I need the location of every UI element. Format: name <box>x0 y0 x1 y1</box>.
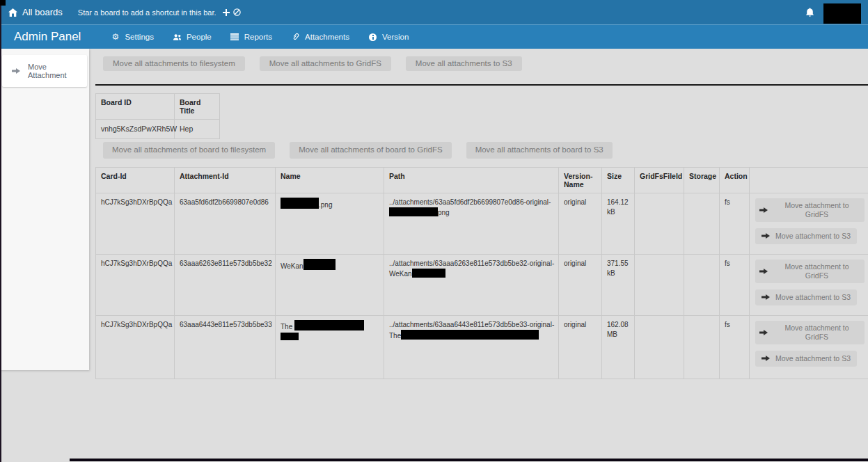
sidebar-item-move-attachment[interactable]: Move Attachment <box>2 55 87 87</box>
move-all-to-gridfs-button[interactable]: Move all attachments to GridFS <box>260 56 391 71</box>
redacted-text <box>303 259 336 270</box>
cell-size: 164.12 kB <box>602 193 635 254</box>
header-size: Size <box>602 167 635 193</box>
admin-sidebar: Move Attachment <box>0 49 89 370</box>
redacted-text <box>281 333 299 340</box>
cell-storage <box>684 193 720 254</box>
cell-row-buttons: Move attachment to GridFS Move attachmen… <box>750 193 868 254</box>
cell-size: 162.08 MB <box>602 315 635 379</box>
cell-name: WeKan <box>276 254 384 315</box>
header-storage: Storage <box>684 167 720 193</box>
home-icon <box>8 8 17 17</box>
board-table-header-board-title: Board Title <box>175 94 220 120</box>
global-actions-row: Move all attachments to filesystem Move … <box>103 56 868 71</box>
redacted-text <box>412 269 445 278</box>
cell-gridfsfileid <box>635 315 684 379</box>
cell-name: .png <box>276 193 384 254</box>
nav-item-attachments[interactable]: Attachments <box>291 33 349 41</box>
cell-row-buttons: Move attachment to GridFS Move attachmen… <box>750 315 868 379</box>
move-attachment-to-gridfs-button[interactable]: Move attachment to GridFS <box>755 321 865 344</box>
board-actions-row: Move all attachments of board to filesys… <box>103 142 868 159</box>
cell-card-id: hCJ7kSg3hDXrBpQQa <box>96 193 175 254</box>
move-attachment-to-s3-button[interactable]: Move attachment to S3 <box>755 228 857 244</box>
arrow-right-icon <box>762 355 770 362</box>
move-attachment-to-gridfs-button[interactable]: Move attachment to GridFS <box>755 198 865 222</box>
board-table: Board ID Board Title vnhg5KsZsdPwXRh5W H… <box>95 93 220 139</box>
cell-size: 371.55 kB <box>602 254 635 315</box>
cell-gridfsfileid <box>635 254 684 315</box>
header-action: Action <box>720 167 750 193</box>
move-board-to-filesystem-button[interactable]: Move all attachments of board to filesys… <box>103 142 275 159</box>
nav-item-label: Attachments <box>305 33 349 41</box>
info-icon <box>368 33 377 41</box>
attachment-row: hCJ7kSg3hDXrBpQQa 63aaa6443e811e573db5be… <box>96 315 868 379</box>
sidebar-item-label: Move Attachment <box>28 63 84 79</box>
wekan-admin-panel-screen: All boards Star a board to add a shortcu… <box>0 0 868 462</box>
cell-action: fs <box>720 254 750 315</box>
admin-nav-bar: Admin Panel ⚙ Settings People Reports <box>0 24 868 49</box>
cell-card-id: hCJ7kSg3hDXrBpQQa <box>96 254 175 315</box>
paperclip-icon <box>291 33 300 41</box>
cell-storage <box>684 315 720 379</box>
cell-gridfsfileid <box>635 193 684 254</box>
cell-action: fs <box>720 193 750 254</box>
cell-attachment-id: 63aaa6263e811e573db5be32 <box>175 254 276 315</box>
attachments-table-header-row: Card-Id Attachment-Id Name Path Version-… <box>96 167 868 193</box>
cell-path: ../attachments/63aaa6443e811e573db5be33-… <box>384 315 559 379</box>
cell-action: fs <box>720 315 750 379</box>
move-attachment-panel: Move all attachments to filesystem Move … <box>95 49 868 379</box>
header-attachment-id: Attachment-Id <box>175 167 276 193</box>
admin-nav-items: ⚙ Settings People Reports Attachments <box>92 32 409 42</box>
all-boards-link[interactable]: All boards <box>8 7 63 17</box>
arrow-right-icon <box>759 207 768 214</box>
move-attachment-to-s3-button[interactable]: Move attachment to S3 <box>755 351 857 367</box>
cell-path: ../attachments/63aaa6263e811e573db5be32-… <box>384 254 559 315</box>
nav-item-settings[interactable]: ⚙ Settings <box>111 32 154 42</box>
redacted-text <box>294 320 364 330</box>
plus-icon[interactable] <box>223 9 230 16</box>
header-gridfsfileid: GridFsFileId <box>635 167 684 193</box>
cell-row-buttons: Move attachment to GridFS Move attachmen… <box>750 254 868 315</box>
top-bar: All boards Star a board to add a shortcu… <box>0 0 868 24</box>
cancel-icon[interactable] <box>233 8 241 16</box>
header-buttons <box>750 167 868 193</box>
nav-item-people[interactable]: People <box>173 33 212 41</box>
header-version-name: Version-Name <box>559 167 602 193</box>
shortcut-hint-text: Star a board to add a shortcut in this b… <box>78 8 216 17</box>
reports-icon <box>230 33 239 40</box>
move-all-to-s3-button[interactable]: Move all attachments to S3 <box>406 56 522 71</box>
arrow-right-icon <box>762 294 770 301</box>
redacted-text <box>401 330 539 340</box>
attachments-table: Card-Id Attachment-Id Name Path Version-… <box>95 167 868 379</box>
cell-storage <box>684 254 720 315</box>
cell-name: The <box>276 315 384 379</box>
redacted-bottom-bar <box>70 459 868 461</box>
header-path: Path <box>384 167 559 193</box>
move-attachment-to-s3-button[interactable]: Move attachment to S3 <box>755 289 857 305</box>
nav-item-label: Version <box>382 33 409 41</box>
screen-edge-artifact <box>0 6 1 462</box>
move-attachment-to-gridfs-button[interactable]: Move attachment to GridFS <box>755 260 865 283</box>
nav-item-label: Settings <box>125 33 154 41</box>
cell-attachment-id: 63aaa6443e811e573db5be33 <box>175 315 276 379</box>
redacted-text <box>389 207 438 216</box>
move-all-to-filesystem-button[interactable]: Move all attachments to filesystem <box>103 56 245 71</box>
cell-card-id: hCJ7kSg3hDXrBpQQa <box>96 315 175 379</box>
nav-item-version[interactable]: Version <box>368 33 409 41</box>
people-icon <box>173 33 182 41</box>
arrow-right-icon <box>759 268 768 275</box>
move-board-to-gridfs-button[interactable]: Move all attachments of board to GridFS <box>290 142 451 159</box>
nav-item-label: Reports <box>244 33 272 41</box>
bell-icon[interactable] <box>805 8 814 17</box>
shortcut-hint: Star a board to add a shortcut in this b… <box>78 8 241 17</box>
nav-item-reports[interactable]: Reports <box>230 33 272 41</box>
content-area: Move Attachment Move all attachments to … <box>0 49 868 462</box>
gear-icon: ⚙ <box>111 32 120 42</box>
all-boards-label: All boards <box>22 7 63 17</box>
board-table-row: vnhg5KsZsdPwXRh5W Hep <box>96 120 220 139</box>
cell-version-name: original <box>559 193 602 254</box>
redacted-text <box>281 198 319 209</box>
arrow-right-icon <box>12 67 20 74</box>
redacted-user-area[interactable] <box>823 3 861 24</box>
move-board-to-s3-button[interactable]: Move all attachments of board to S3 <box>466 142 613 159</box>
